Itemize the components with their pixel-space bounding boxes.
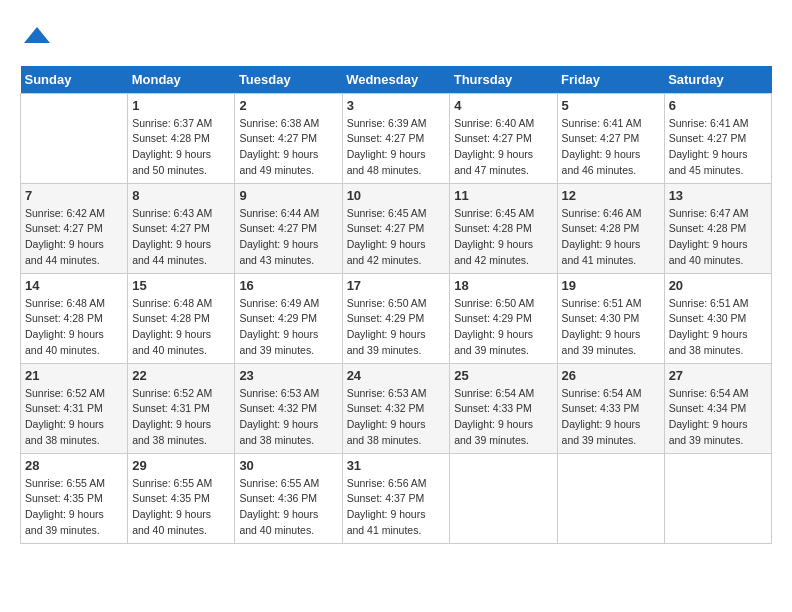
day-number: 13 <box>669 188 767 203</box>
day-number: 24 <box>347 368 446 383</box>
page-header <box>20 20 772 56</box>
day-info: Sunrise: 6:55 AMSunset: 4:35 PMDaylight:… <box>25 476 123 539</box>
calendar-cell: 25Sunrise: 6:54 AMSunset: 4:33 PMDayligh… <box>450 363 557 453</box>
calendar-cell: 13Sunrise: 6:47 AMSunset: 4:28 PMDayligh… <box>664 183 771 273</box>
day-info: Sunrise: 6:42 AMSunset: 4:27 PMDaylight:… <box>25 206 123 269</box>
day-number: 3 <box>347 98 446 113</box>
calendar-cell: 30Sunrise: 6:55 AMSunset: 4:36 PMDayligh… <box>235 453 342 543</box>
weekday-tuesday: Tuesday <box>235 66 342 94</box>
day-number: 14 <box>25 278 123 293</box>
calendar-cell: 1Sunrise: 6:37 AMSunset: 4:28 PMDaylight… <box>128 93 235 183</box>
day-info: Sunrise: 6:54 AMSunset: 4:33 PMDaylight:… <box>562 386 660 449</box>
calendar-cell: 20Sunrise: 6:51 AMSunset: 4:30 PMDayligh… <box>664 273 771 363</box>
weekday-friday: Friday <box>557 66 664 94</box>
day-info: Sunrise: 6:46 AMSunset: 4:28 PMDaylight:… <box>562 206 660 269</box>
day-number: 17 <box>347 278 446 293</box>
calendar-cell: 8Sunrise: 6:43 AMSunset: 4:27 PMDaylight… <box>128 183 235 273</box>
day-info: Sunrise: 6:37 AMSunset: 4:28 PMDaylight:… <box>132 116 230 179</box>
day-info: Sunrise: 6:48 AMSunset: 4:28 PMDaylight:… <box>25 296 123 359</box>
logo-icon <box>22 20 52 50</box>
calendar-cell: 11Sunrise: 6:45 AMSunset: 4:28 PMDayligh… <box>450 183 557 273</box>
day-info: Sunrise: 6:50 AMSunset: 4:29 PMDaylight:… <box>454 296 552 359</box>
day-number: 29 <box>132 458 230 473</box>
weekday-monday: Monday <box>128 66 235 94</box>
day-info: Sunrise: 6:50 AMSunset: 4:29 PMDaylight:… <box>347 296 446 359</box>
week-row-1: 7Sunrise: 6:42 AMSunset: 4:27 PMDaylight… <box>21 183 772 273</box>
day-number: 12 <box>562 188 660 203</box>
calendar-cell: 2Sunrise: 6:38 AMSunset: 4:27 PMDaylight… <box>235 93 342 183</box>
calendar-table: SundayMondayTuesdayWednesdayThursdayFrid… <box>20 66 772 544</box>
day-info: Sunrise: 6:41 AMSunset: 4:27 PMDaylight:… <box>562 116 660 179</box>
day-info: Sunrise: 6:55 AMSunset: 4:36 PMDaylight:… <box>239 476 337 539</box>
calendar-cell: 23Sunrise: 6:53 AMSunset: 4:32 PMDayligh… <box>235 363 342 453</box>
day-info: Sunrise: 6:52 AMSunset: 4:31 PMDaylight:… <box>25 386 123 449</box>
calendar-cell: 12Sunrise: 6:46 AMSunset: 4:28 PMDayligh… <box>557 183 664 273</box>
day-number: 2 <box>239 98 337 113</box>
day-info: Sunrise: 6:49 AMSunset: 4:29 PMDaylight:… <box>239 296 337 359</box>
calendar-cell: 27Sunrise: 6:54 AMSunset: 4:34 PMDayligh… <box>664 363 771 453</box>
day-number: 27 <box>669 368 767 383</box>
weekday-thursday: Thursday <box>450 66 557 94</box>
calendar-cell: 22Sunrise: 6:52 AMSunset: 4:31 PMDayligh… <box>128 363 235 453</box>
calendar-cell: 10Sunrise: 6:45 AMSunset: 4:27 PMDayligh… <box>342 183 450 273</box>
day-info: Sunrise: 6:41 AMSunset: 4:27 PMDaylight:… <box>669 116 767 179</box>
day-number: 20 <box>669 278 767 293</box>
weekday-sunday: Sunday <box>21 66 128 94</box>
day-info: Sunrise: 6:52 AMSunset: 4:31 PMDaylight:… <box>132 386 230 449</box>
calendar-cell: 4Sunrise: 6:40 AMSunset: 4:27 PMDaylight… <box>450 93 557 183</box>
day-number: 23 <box>239 368 337 383</box>
day-info: Sunrise: 6:53 AMSunset: 4:32 PMDaylight:… <box>347 386 446 449</box>
calendar-body: 1Sunrise: 6:37 AMSunset: 4:28 PMDaylight… <box>21 93 772 543</box>
calendar-cell: 28Sunrise: 6:55 AMSunset: 4:35 PMDayligh… <box>21 453 128 543</box>
day-number: 28 <box>25 458 123 473</box>
day-number: 22 <box>132 368 230 383</box>
calendar-cell: 31Sunrise: 6:56 AMSunset: 4:37 PMDayligh… <box>342 453 450 543</box>
calendar-cell <box>557 453 664 543</box>
day-number: 9 <box>239 188 337 203</box>
calendar-cell: 9Sunrise: 6:44 AMSunset: 4:27 PMDaylight… <box>235 183 342 273</box>
day-info: Sunrise: 6:51 AMSunset: 4:30 PMDaylight:… <box>669 296 767 359</box>
day-info: Sunrise: 6:38 AMSunset: 4:27 PMDaylight:… <box>239 116 337 179</box>
week-row-0: 1Sunrise: 6:37 AMSunset: 4:28 PMDaylight… <box>21 93 772 183</box>
day-info: Sunrise: 6:54 AMSunset: 4:34 PMDaylight:… <box>669 386 767 449</box>
calendar-cell: 6Sunrise: 6:41 AMSunset: 4:27 PMDaylight… <box>664 93 771 183</box>
day-info: Sunrise: 6:51 AMSunset: 4:30 PMDaylight:… <box>562 296 660 359</box>
calendar-cell: 16Sunrise: 6:49 AMSunset: 4:29 PMDayligh… <box>235 273 342 363</box>
day-info: Sunrise: 6:39 AMSunset: 4:27 PMDaylight:… <box>347 116 446 179</box>
calendar-cell: 21Sunrise: 6:52 AMSunset: 4:31 PMDayligh… <box>21 363 128 453</box>
day-number: 6 <box>669 98 767 113</box>
weekday-header-row: SundayMondayTuesdayWednesdayThursdayFrid… <box>21 66 772 94</box>
day-number: 16 <box>239 278 337 293</box>
day-number: 30 <box>239 458 337 473</box>
day-info: Sunrise: 6:44 AMSunset: 4:27 PMDaylight:… <box>239 206 337 269</box>
day-info: Sunrise: 6:43 AMSunset: 4:27 PMDaylight:… <box>132 206 230 269</box>
day-number: 11 <box>454 188 552 203</box>
calendar-cell: 18Sunrise: 6:50 AMSunset: 4:29 PMDayligh… <box>450 273 557 363</box>
week-row-4: 28Sunrise: 6:55 AMSunset: 4:35 PMDayligh… <box>21 453 772 543</box>
day-number: 7 <box>25 188 123 203</box>
day-number: 19 <box>562 278 660 293</box>
logo <box>20 20 52 56</box>
day-number: 8 <box>132 188 230 203</box>
day-info: Sunrise: 6:56 AMSunset: 4:37 PMDaylight:… <box>347 476 446 539</box>
calendar-cell: 15Sunrise: 6:48 AMSunset: 4:28 PMDayligh… <box>128 273 235 363</box>
calendar-cell: 17Sunrise: 6:50 AMSunset: 4:29 PMDayligh… <box>342 273 450 363</box>
day-number: 10 <box>347 188 446 203</box>
day-info: Sunrise: 6:47 AMSunset: 4:28 PMDaylight:… <box>669 206 767 269</box>
day-number: 4 <box>454 98 552 113</box>
day-info: Sunrise: 6:53 AMSunset: 4:32 PMDaylight:… <box>239 386 337 449</box>
day-info: Sunrise: 6:45 AMSunset: 4:27 PMDaylight:… <box>347 206 446 269</box>
calendar-cell <box>21 93 128 183</box>
weekday-saturday: Saturday <box>664 66 771 94</box>
calendar-cell <box>664 453 771 543</box>
calendar-cell: 5Sunrise: 6:41 AMSunset: 4:27 PMDaylight… <box>557 93 664 183</box>
calendar-cell: 24Sunrise: 6:53 AMSunset: 4:32 PMDayligh… <box>342 363 450 453</box>
day-info: Sunrise: 6:55 AMSunset: 4:35 PMDaylight:… <box>132 476 230 539</box>
calendar-cell: 7Sunrise: 6:42 AMSunset: 4:27 PMDaylight… <box>21 183 128 273</box>
day-number: 5 <box>562 98 660 113</box>
week-row-3: 21Sunrise: 6:52 AMSunset: 4:31 PMDayligh… <box>21 363 772 453</box>
weekday-wednesday: Wednesday <box>342 66 450 94</box>
svg-marker-0 <box>24 27 50 43</box>
calendar-cell: 26Sunrise: 6:54 AMSunset: 4:33 PMDayligh… <box>557 363 664 453</box>
day-number: 15 <box>132 278 230 293</box>
